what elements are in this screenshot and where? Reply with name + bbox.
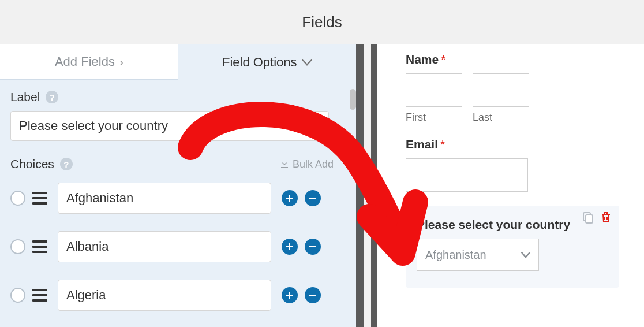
remove-choice-button[interactable] (305, 239, 321, 255)
top-bar: Fields (0, 0, 644, 44)
label-heading-text: Label (10, 90, 40, 104)
email-field-group: Email * (406, 138, 628, 192)
duplicate-icon[interactable] (582, 211, 594, 226)
choice-actions (282, 239, 321, 255)
panel-divider (356, 44, 377, 327)
help-icon[interactable]: ? (46, 91, 58, 103)
page-title: Fields (302, 13, 342, 31)
preview-panel: Name * First Last Email * (377, 44, 644, 327)
name-field-label: Name * (406, 53, 628, 66)
trash-icon[interactable] (600, 211, 612, 226)
first-name-input[interactable] (406, 73, 462, 107)
choice-row (10, 278, 346, 312)
add-choice-button[interactable] (282, 190, 298, 206)
minus-icon (309, 194, 317, 202)
choice-default-radio[interactable] (10, 191, 25, 206)
svg-rect-7 (286, 295, 293, 296)
choice-default-radio[interactable] (10, 288, 25, 303)
remove-choice-button[interactable] (305, 287, 321, 303)
plus-icon (286, 243, 294, 251)
country-field-label: Please select your country (417, 218, 608, 232)
choice-list (10, 181, 346, 312)
drag-handle-icon[interactable] (32, 192, 47, 205)
first-name-col: First (406, 73, 462, 124)
email-input[interactable] (406, 158, 528, 192)
country-label-text: Please select your country (417, 218, 570, 232)
panel-body: Label ? Choices ? Bulk Add (0, 80, 356, 327)
choice-default-radio[interactable] (10, 239, 25, 254)
svg-rect-10 (586, 215, 593, 223)
minus-icon (309, 291, 317, 299)
tab-add-fields[interactable]: Add Fields › (0, 44, 178, 80)
country-selected-text: Afghanistan (425, 248, 486, 262)
choice-row (10, 181, 346, 215)
choice-input[interactable] (58, 183, 271, 214)
first-sublabel: First (406, 112, 462, 124)
label-input[interactable] (10, 111, 329, 141)
remove-choice-button[interactable] (305, 190, 321, 206)
left-panel: Add Fields › Field Options Label ? Choic… (0, 44, 356, 327)
selected-field-block[interactable]: Please select your country Afghanistan (406, 206, 619, 288)
choice-actions (282, 287, 321, 303)
svg-rect-5 (309, 246, 316, 247)
download-icon (280, 159, 289, 169)
chevron-down-icon (521, 248, 530, 262)
tab-field-options-label: Field Options (222, 55, 297, 70)
choice-actions (282, 190, 321, 206)
add-choice-button[interactable] (282, 287, 298, 303)
svg-rect-2 (309, 198, 316, 199)
required-asterisk: * (441, 53, 445, 66)
svg-rect-8 (309, 295, 316, 296)
label-section-heading: Label ? (10, 90, 346, 104)
country-dropdown[interactable]: Afghanistan (417, 239, 539, 271)
divider-bar (356, 44, 364, 327)
drag-handle-icon[interactable] (32, 240, 47, 253)
choices-heading-text: Choices (10, 157, 54, 171)
name-field-group: Name * First Last (406, 53, 628, 124)
scrollbar-thumb[interactable] (350, 89, 356, 110)
divider-bar (371, 44, 377, 327)
svg-rect-4 (286, 246, 293, 247)
tab-add-fields-label: Add Fields (55, 54, 115, 69)
choices-heading: Choices ? (10, 157, 73, 171)
choice-input[interactable] (58, 231, 271, 262)
plus-icon (286, 291, 294, 299)
name-row: First Last (406, 73, 628, 124)
tabs: Add Fields › Field Options (0, 44, 356, 80)
email-field-label: Email * (406, 138, 628, 151)
last-sublabel: Last (473, 112, 529, 124)
choice-input[interactable] (58, 280, 271, 311)
chevron-right-icon: › (119, 55, 123, 69)
bulk-add-text: Bulk Add (293, 158, 334, 170)
choices-header: Choices ? Bulk Add (10, 157, 334, 171)
last-name-col: Last (473, 73, 529, 124)
bulk-add-link[interactable]: Bulk Add (280, 158, 334, 170)
svg-rect-1 (286, 198, 293, 199)
help-icon[interactable]: ? (60, 158, 73, 170)
plus-icon (286, 194, 294, 202)
add-choice-button[interactable] (282, 239, 298, 255)
required-asterisk: * (440, 138, 445, 151)
last-name-input[interactable] (473, 73, 529, 107)
email-label-text: Email (406, 138, 438, 151)
minus-icon (309, 243, 317, 251)
choice-row (10, 230, 346, 263)
field-toolbar (582, 211, 612, 226)
name-label-text: Name (406, 53, 439, 66)
main-wrap: Add Fields › Field Options Label ? Choic… (0, 44, 644, 327)
tab-field-options[interactable]: Field Options (178, 44, 357, 80)
chevron-down-icon (302, 55, 312, 69)
drag-handle-icon[interactable] (32, 289, 47, 302)
